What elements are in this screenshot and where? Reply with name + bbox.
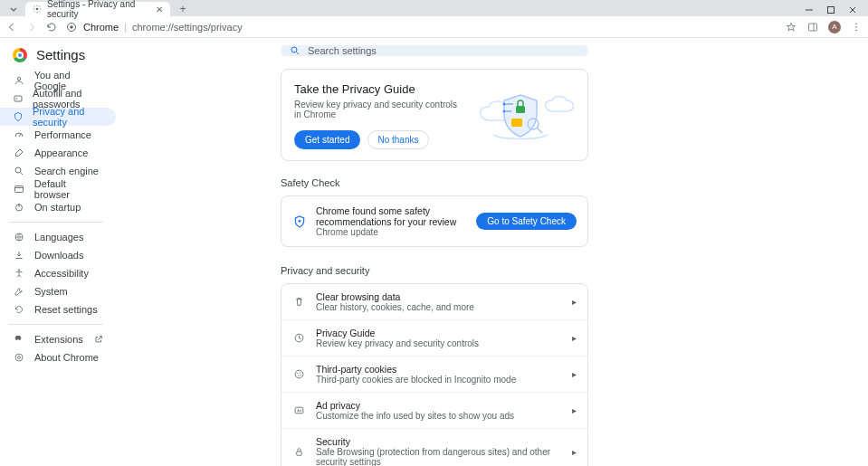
autofill-icon [13,92,24,105]
nav-on-startup[interactable]: On startup [0,198,116,216]
svg-rect-16 [14,186,23,193]
forward-button[interactable] [25,21,38,33]
nav-accessibility[interactable]: Accessibility [0,264,116,282]
nav-label: Extensions [34,334,83,345]
person-icon [13,74,25,87]
row-third-party-cookies[interactable]: Third-party cookies Third-party cookies … [281,356,587,392]
window-controls [803,4,868,16]
tab-strip: Settings - Privacy and security ✕ + [0,0,868,16]
row-privacy-guide[interactable]: Privacy Guide Review key privacy and sec… [281,319,587,356]
nav-label: Downloads [34,250,83,261]
search-settings[interactable]: Search settings [281,45,588,56]
safety-sub-text: Chrome update [316,227,467,237]
browser-icon [13,183,25,195]
row-security[interactable]: Security Safe Browsing (protection from … [281,428,587,466]
guide-subtitle: Review key privacy and security controls… [294,100,466,119]
tab-search-chevron-icon[interactable] [7,4,20,16]
new-tab-button[interactable]: + [176,2,190,16]
settings-nav: You and Google Autofill and passwords Pr… [0,71,116,366]
nav-about-chrome[interactable]: About Chrome [0,348,116,366]
nav-autofill[interactable]: Autofill and passwords [0,90,116,108]
row-clear-browsing-data[interactable]: Clear browsing data Clear history, cooki… [281,284,587,319]
close-tab-icon[interactable]: ✕ [156,5,163,14]
nav-default-browser[interactable]: Default browser [0,180,116,198]
row-title: Ad privacy [316,400,561,411]
side-panel-icon[interactable] [806,21,819,33]
privacy-guide-card: Take the Privacy Guide Review key privac… [281,69,588,161]
chevron-right-icon: ▸ [572,333,577,343]
browser-tab[interactable]: Settings - Privacy and security ✕ [25,2,170,16]
shield-icon [13,110,24,123]
omnibox[interactable]: Chrome | chrome://settings/privacy [65,21,777,33]
row-title: Third-party cookies [316,364,561,375]
nav-label: System [34,286,68,297]
nav-you-and-google[interactable]: You and Google [0,71,116,90]
get-started-button[interactable]: Get started [294,130,360,149]
wrench-icon [13,285,25,298]
chrome-page-icon [65,21,78,33]
kebab-menu-icon[interactable] [850,21,863,33]
svg-point-7 [855,23,857,24]
open-external-icon [94,335,103,344]
row-title: Clear browsing data [316,291,561,302]
svg-point-22 [15,354,23,361]
bookmark-star-icon[interactable] [785,21,797,33]
row-sub: Review key privacy and security controls [316,338,561,348]
row-title: Privacy Guide [316,328,561,338]
nav-label: Appearance [34,147,88,158]
nav-label: Reset settings [34,304,98,315]
nav-label: Search engine [34,166,99,176]
nav-label: On startup [34,202,81,213]
ad-icon: Ad [292,404,305,417]
accessibility-icon [13,267,25,280]
svg-point-24 [291,47,297,52]
nav-languages[interactable]: Languages [0,228,116,246]
svg-point-42 [300,375,300,376]
chevron-right-icon: ▸ [572,405,577,415]
row-ad-privacy[interactable]: Ad Ad privacy Customize the info used by… [281,392,587,428]
minimize-button[interactable] [803,4,816,16]
svg-point-8 [855,26,857,28]
page-title: Settings [36,47,85,62]
search-icon [290,45,300,56]
svg-rect-2 [828,7,835,14]
nav-search-engine[interactable]: Search engine [0,162,116,180]
nav-reset[interactable]: Reset settings [0,300,116,319]
chevron-right-icon: ▸ [572,369,577,379]
main-column: Search settings Take the Privacy Guide R… [281,38,868,466]
svg-text:Ad: Ad [297,409,301,413]
search-placeholder: Search settings [308,45,377,56]
maximize-button[interactable] [825,4,837,16]
nav-performance[interactable]: Performance [0,126,116,144]
safety-main-text: Chrome found some safety recommendations… [316,205,467,227]
tab-title: Settings - Privacy and security [47,0,147,19]
svg-line-15 [21,173,24,176]
no-thanks-button[interactable]: No thanks [367,130,428,149]
svg-point-31 [503,110,506,113]
row-sub: Clear history, cookies, cache, and more [316,302,561,312]
nav-appearance[interactable]: Appearance [0,144,116,162]
nav-extensions[interactable]: Extensions [0,330,116,348]
go-to-safety-check-button[interactable]: Go to Safety Check [476,213,577,230]
svg-point-23 [18,357,21,359]
svg-point-0 [36,8,39,11]
globe-icon [13,231,25,243]
nav-label: Default browser [34,178,103,200]
compass-icon [292,332,305,345]
reload-button[interactable] [45,21,58,33]
nav-privacy-security[interactable]: Privacy and security [0,108,116,126]
chrome-logo-icon [13,48,27,62]
svg-line-25 [297,52,300,55]
close-window-button[interactable] [846,4,859,16]
svg-rect-26 [516,106,525,113]
svg-rect-5 [809,24,817,31]
nav-downloads[interactable]: Downloads [0,246,116,264]
nav-system[interactable]: System [0,282,116,300]
svg-point-40 [300,372,300,373]
safety-check-card: Chrome found some safety recommendations… [281,195,588,247]
back-button[interactable] [5,21,18,33]
svg-line-29 [537,128,542,133]
profile-avatar[interactable]: A [828,21,841,33]
nav-label: About Chrome [34,352,99,363]
chrome-outline-icon [13,351,25,364]
